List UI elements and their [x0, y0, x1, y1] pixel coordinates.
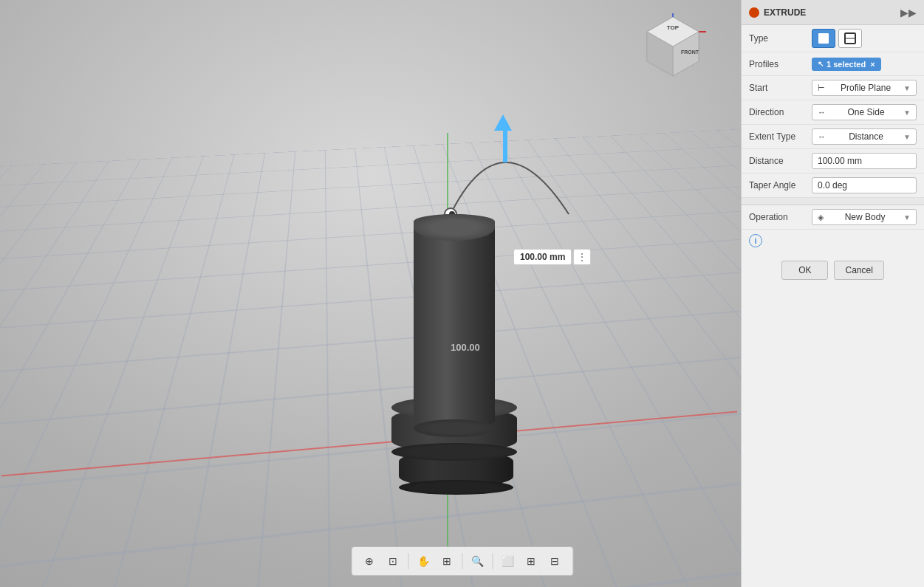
origin-button[interactable]: ⊡ [383, 551, 403, 571]
direction-icon: ↔ [818, 108, 826, 117]
panel-expand-button[interactable]: ▶▶ [900, 7, 917, 18]
taper-angle-row: Taper Angle 0.0 deg [742, 174, 924, 198]
snap-button[interactable]: ⊕ [359, 551, 380, 571]
extrude-icon [749, 7, 759, 18]
fit-button[interactable]: ⊞ [437, 551, 457, 571]
taper-angle-label: Taper Angle [749, 180, 812, 190]
svg-rect-14 [821, 36, 826, 41]
profiles-selected-badge[interactable]: ↖ 1 selected × [812, 58, 881, 71]
type-row: Type [742, 25, 924, 52]
type-surface-button[interactable] [838, 29, 862, 48]
cylinder-main-body: 100.00 [414, 214, 495, 428]
start-dropdown[interactable]: ⊢ Profile Plane ▼ [812, 80, 917, 96]
cylinder-height-label: 100.00 [451, 342, 480, 353]
profiles-clear-button[interactable]: × [870, 60, 875, 69]
direction-label: Direction [749, 107, 812, 117]
svg-text:TOP: TOP [667, 24, 680, 31]
extent-icon: ↔ [818, 132, 826, 141]
start-label: Start [749, 83, 812, 93]
extent-type-row: Extent Type ↔ Distance ▼ [742, 125, 924, 149]
operation-chevron-icon: ▼ [903, 213, 911, 222]
toolbar-sep-2 [462, 553, 462, 569]
start-control: ⊢ Profile Plane ▼ [812, 80, 917, 96]
operation-label: Operation [749, 212, 812, 222]
panel-title: EXTRUDE [764, 7, 806, 18]
toolbar-sep-1 [408, 553, 408, 569]
distance-row: Distance 100.00 mm [742, 149, 924, 174]
panel-header-title-group: EXTRUDE [749, 7, 806, 18]
info-icon[interactable]: i [749, 234, 762, 247]
ok-button[interactable]: OK [781, 261, 828, 280]
operation-icon: ◈ [818, 213, 824, 222]
dimension-menu[interactable]: ⋮ [573, 249, 591, 265]
extrude-arc [244, 52, 613, 236]
type-solid-button[interactable] [812, 29, 835, 48]
bottom-toolbar: ⊕ ⊡ ✋ ⊞ 🔍 ⬜ ⊞ ⊟ [351, 546, 573, 576]
start-icon: ⊢ [818, 83, 825, 93]
distance-label: Distance [749, 156, 812, 166]
extent-type-chevron-icon: ▼ [903, 133, 911, 141]
operation-control: ◈ New Body ▼ [812, 209, 917, 225]
start-chevron-icon: ▼ [903, 84, 911, 92]
profiles-label: Profiles [749, 59, 812, 69]
view-button[interactable]: ⊟ [544, 551, 565, 571]
grid-button[interactable]: ⊞ [521, 551, 541, 571]
direction-value: One Side [848, 107, 885, 117]
extent-type-value: Distance [849, 131, 883, 142]
operation-value: New Body [845, 212, 886, 222]
panel-actions: OK Cancel [742, 252, 924, 289]
extent-type-label: Extent Type [749, 131, 812, 142]
arrow-shaft [503, 126, 507, 162]
profiles-row: Profiles ↖ 1 selected × [742, 52, 924, 76]
arc-container [244, 52, 613, 238]
direction-chevron-icon: ▼ [903, 109, 911, 117]
section-gap [742, 198, 924, 205]
zoom-button[interactable]: 🔍 [467, 551, 487, 571]
panel-header: EXTRUDE ▶▶ [742, 0, 924, 25]
cursor-icon: ↖ [818, 60, 824, 68]
extent-type-dropdown[interactable]: ↔ Distance ▼ [812, 128, 917, 145]
extent-type-control: ↔ Distance ▼ [812, 128, 917, 145]
operation-dropdown[interactable]: ◈ New Body ▼ [812, 209, 917, 225]
distance-control: 100.00 mm [812, 153, 917, 169]
profiles-count: 1 selected [827, 60, 866, 69]
dimension-tooltip[interactable]: 100.00 mm ⋮ [513, 249, 591, 265]
direction-dropdown[interactable]: ↔ One Side ▼ [812, 104, 917, 120]
cancel-button[interactable]: Cancel [834, 261, 883, 280]
direction-control: ↔ One Side ▼ [812, 104, 917, 120]
distance-input[interactable]: 100.00 mm [812, 153, 917, 169]
taper-angle-input[interactable]: 0.0 deg [812, 177, 917, 193]
info-row: i [742, 230, 924, 252]
type-control [812, 29, 917, 48]
coordinate-cube: TOP FRONT Z X [640, 13, 706, 82]
dimension-value[interactable]: 100.00 mm [513, 249, 572, 265]
operation-row: Operation ◈ New Body ▼ [742, 205, 924, 230]
extrude-panel: EXTRUDE ▶▶ Type Profiles ↖ 1 select [741, 0, 924, 587]
start-row: Start ⊢ Profile Plane ▼ [742, 76, 924, 100]
type-label: Type [749, 33, 812, 44]
svg-text:FRONT: FRONT [681, 49, 699, 55]
display-mode-button[interactable]: ⬜ [497, 551, 518, 571]
taper-angle-control: 0.0 deg [812, 177, 917, 193]
start-value: Profile Plane [841, 83, 891, 93]
pan-button[interactable]: ✋ [413, 551, 434, 571]
viewport[interactable]: 100.00 100.00 mm ⋮ TOP FRONT Z X [0, 0, 924, 587]
direction-row: Direction ↔ One Side ▼ [742, 100, 924, 125]
toolbar-sep-3 [492, 553, 493, 569]
profiles-control: ↖ 1 selected × [812, 58, 917, 71]
